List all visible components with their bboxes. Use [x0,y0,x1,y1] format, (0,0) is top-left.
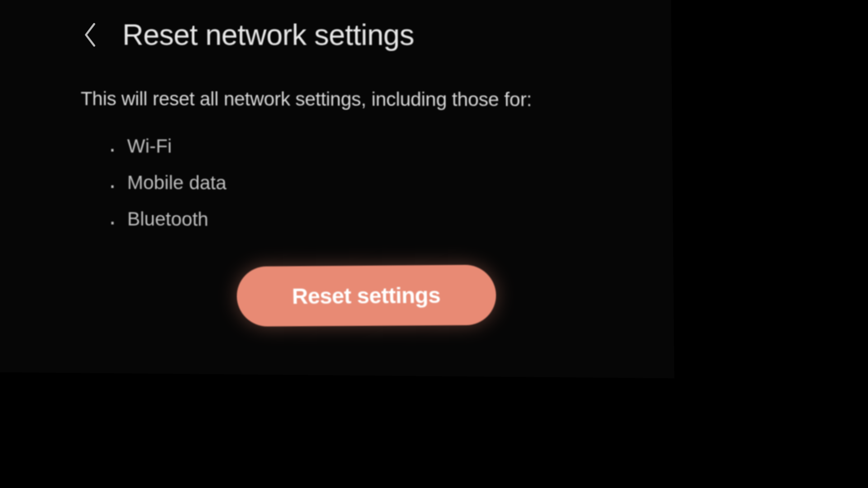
button-container: Reset settings [0,263,674,328]
list-item: Mobile data [109,164,673,203]
reset-settings-button[interactable]: Reset settings [236,265,497,327]
description-text: This will reset all network settings, in… [0,52,672,111]
settings-screen: Reset network settings This will reset a… [0,0,675,378]
list-item: Wi-Fi [109,128,673,166]
reset-items-list: Wi-Fi Mobile data Bluetooth [0,109,673,240]
back-icon[interactable] [81,21,99,48]
page-title: Reset network settings [123,18,414,52]
list-item: Bluetooth [109,201,673,240]
header: Reset network settings [0,0,671,52]
